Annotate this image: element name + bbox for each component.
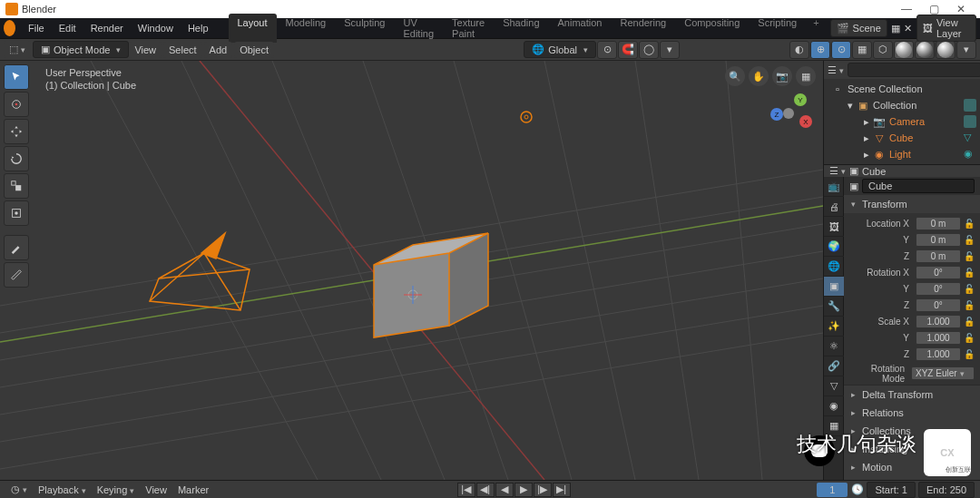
ptab-object-icon[interactable]: ▣ [824, 277, 844, 297]
solid-shading-icon[interactable] [894, 41, 914, 59]
scene-selector[interactable]: 🎬 Scene [830, 19, 887, 37]
proportional-icon[interactable]: ◯ [639, 41, 659, 59]
cam-badge[interactable] [964, 115, 976, 128]
timeline-view-menu[interactable]: View [140, 483, 172, 497]
rot-y-field[interactable]: 0° [916, 282, 961, 296]
ptab-viewlayer-icon[interactable]: 🖼 [824, 217, 844, 237]
end-frame[interactable]: End: 250 [918, 482, 975, 498]
move-tool[interactable] [4, 119, 29, 144]
overlays-icon[interactable]: ◐ [789, 41, 809, 59]
play-rev-icon[interactable]: ◀ [495, 483, 514, 497]
menu-help[interactable]: Help [181, 20, 216, 36]
menu-edit[interactable]: Edit [52, 20, 83, 36]
tab-texpaint[interactable]: Texture Paint [443, 14, 494, 43]
menu-file[interactable]: File [21, 20, 52, 36]
tab-layout[interactable]: Layout [229, 14, 277, 43]
sync-icon[interactable]: 🕓 [851, 483, 864, 495]
camera-icon[interactable]: 📷 [772, 66, 792, 86]
lock-icon[interactable]: 🔓 [964, 219, 975, 229]
timeline-type-icon[interactable]: ◷ [5, 482, 33, 497]
scene-browse-icon[interactable]: ▦ [891, 22, 900, 34]
scale-y-field[interactable]: 1.000 [916, 331, 961, 345]
ptab-mesh-icon[interactable]: ▽ [824, 376, 844, 396]
loc-z-field[interactable]: 0 m [916, 249, 961, 263]
snap-icon[interactable]: 🧲 [618, 41, 638, 59]
ptab-output-icon[interactable]: 🖨 [824, 197, 844, 217]
keying-menu[interactable]: Keying [92, 483, 141, 497]
header-view[interactable]: View [129, 42, 162, 58]
ptab-constraint-icon[interactable]: 🔗 [824, 356, 844, 376]
viewlayer-selector[interactable]: 🖼 View Layer [916, 15, 976, 42]
instancing-panel[interactable]: Instancing [844, 440, 980, 458]
outliner-search-input[interactable] [848, 63, 980, 77]
close-button[interactable]: ✕ [947, 3, 975, 15]
current-frame-field[interactable]: 1 [817, 483, 848, 497]
loc-y-field[interactable]: 0 m [916, 233, 961, 247]
measure-tool[interactable] [4, 262, 29, 288]
tab-uv[interactable]: UV Editing [394, 14, 443, 43]
header-select[interactable]: Select [163, 42, 202, 58]
ptab-render-icon[interactable]: 📺 [824, 177, 844, 197]
tab-scripting[interactable]: Scripting [749, 14, 806, 43]
delta-panel[interactable]: Delta Transform [844, 386, 980, 404]
rendered-shading-icon[interactable] [936, 41, 956, 59]
collections-panel[interactable]: Collections [844, 422, 980, 440]
tree-item-light[interactable]: ▸ ◉ Light ◉ [828, 146, 976, 162]
ptab-scene-icon[interactable]: 🌍 [824, 237, 844, 257]
tree-collection[interactable]: ▾ ▣ Collection [828, 97, 976, 113]
ptab-physics-icon[interactable]: ⚛ [824, 337, 844, 356]
zoom-icon[interactable]: 🔍 [725, 66, 745, 86]
start-frame[interactable]: Start: 1 [867, 482, 915, 498]
tree-item-camera[interactable]: ▸ 📷 Camera [828, 113, 976, 130]
menu-window[interactable]: Window [131, 20, 181, 36]
ptab-material-icon[interactable]: ◉ [824, 396, 844, 416]
pan-icon[interactable]: ✋ [749, 66, 769, 86]
loc-x-field[interactable]: 0 m [916, 217, 961, 230]
prev-key-icon[interactable]: ◀| [476, 483, 495, 497]
menu-render[interactable]: Render [83, 20, 131, 36]
tree-item-cube[interactable]: ▸ ▽ Cube ▽ [828, 130, 976, 146]
jump-end-icon[interactable]: ▶| [553, 483, 571, 497]
grid-icon[interactable]: ▦ [796, 66, 816, 86]
cursor-tool[interactable] [4, 92, 29, 117]
pivot-icon[interactable]: ⊙ [597, 41, 617, 59]
next-key-icon[interactable]: |▶ [534, 483, 552, 497]
jump-start-icon[interactable]: |◀ [457, 483, 475, 497]
shading-dd-icon[interactable]: ▾ [956, 41, 976, 59]
gizmo-dd-icon[interactable]: ▾ [660, 41, 680, 59]
maximize-button[interactable]: ▢ [920, 3, 947, 15]
scale-z-field[interactable]: 1.000 [916, 347, 961, 361]
select-tool[interactable] [4, 64, 29, 90]
play-icon[interactable]: ▶ [514, 483, 533, 497]
axis-y-icon[interactable]: Y [794, 93, 807, 106]
wireframe-shading-icon[interactable]: ⬡ [873, 41, 893, 59]
orientation-dropdown[interactable]: 🌐 Global [524, 41, 596, 58]
rot-x-field[interactable]: 0° [916, 266, 961, 279]
playback-menu[interactable]: Playback [33, 483, 92, 497]
rot-z-field[interactable]: 0° [916, 298, 961, 312]
outliner-type-icon[interactable]: ☰ [828, 64, 844, 76]
ptab-particle-icon[interactable]: ✨ [824, 317, 844, 337]
axis-z-icon[interactable]: Z [770, 108, 783, 121]
rotmode-dropdown[interactable]: XYZ Euler [911, 366, 975, 380]
tab-shading[interactable]: Shading [494, 14, 548, 43]
add-workspace-button[interactable]: + [806, 14, 826, 43]
light-badge[interactable]: ◉ [964, 148, 976, 161]
ptab-modifier-icon[interactable]: 🔧 [824, 297, 844, 317]
cube-badge[interactable]: ▽ [964, 132, 976, 144]
header-object[interactable]: Object [234, 42, 274, 58]
orientation-gizmo[interactable]: X Y Z [767, 92, 810, 135]
ptab-texture-icon[interactable]: ▦ [824, 416, 844, 436]
tab-modeling[interactable]: Modeling [277, 14, 336, 43]
tab-compositing[interactable]: Compositing [675, 14, 749, 43]
scale-tool[interactable] [4, 173, 29, 199]
show-overlays-icon[interactable]: ⊙ [831, 41, 851, 59]
tree-scene-collection[interactable]: ▫ Scene Collection [828, 81, 976, 97]
xray-icon[interactable]: ▦ [852, 41, 872, 59]
scale-x-field[interactable]: 1.000 [916, 315, 961, 328]
rotate-tool[interactable] [4, 146, 29, 171]
tab-animation[interactable]: Animation [549, 14, 612, 43]
transform-tool[interactable] [4, 200, 29, 226]
tab-sculpting[interactable]: Sculpting [335, 14, 394, 43]
object-name-field[interactable]: Cube [862, 179, 975, 193]
